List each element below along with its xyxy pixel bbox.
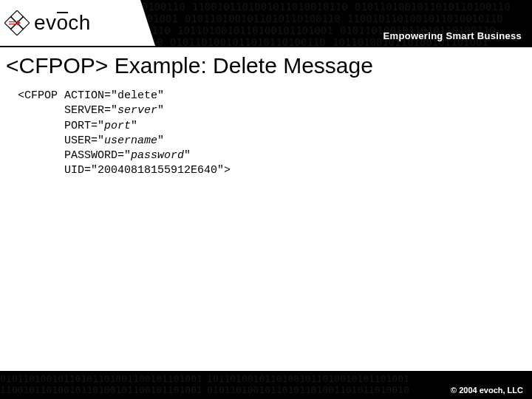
code-l6: UID="20040818155912E640">	[64, 164, 231, 177]
code-l1b: delete	[117, 89, 157, 102]
code-l5c: "	[184, 149, 191, 162]
code-l4a: USER="	[64, 134, 104, 147]
brand-part2: o	[57, 11, 69, 35]
code-l5b: password	[131, 149, 184, 162]
header-rule	[0, 46, 532, 47]
brand-part1: ev	[34, 11, 57, 35]
svg-rect-14	[4, 17, 17, 30]
slide-title: <CFPOP> Example: Delete Message	[6, 53, 532, 78]
slide: 0101101001011010110100110 11001011010010…	[0, 0, 532, 399]
code-l2b: server	[117, 104, 157, 117]
svg-text:010110100101101011010011001011: 01011010010110101101001100101101001	[0, 374, 202, 385]
code-l3b: port	[104, 120, 131, 132]
svg-rect-18	[9, 24, 17, 24]
slide-footer: 01011010010110101101001100101101001 1011…	[0, 371, 532, 399]
svg-text:1100101101001011010010110: 1100101101001011010010110	[347, 13, 503, 24]
svg-text:1100101101001011010010110: 1100101101001011010010110	[192, 1, 348, 13]
slide-header: 0101101001011010110100110 11001011010010…	[0, 0, 532, 46]
svg-text:0101101001011010110100110: 0101101001011010110100110	[170, 36, 326, 46]
code-l4b: username	[104, 134, 157, 147]
svg-text:1011010010110100101101001: 1011010010110100101101001	[177, 24, 333, 36]
code-l4c: "	[157, 134, 164, 147]
svg-rect-17	[9, 21, 17, 22]
brand-part3: ch	[68, 11, 91, 35]
brand-name: evoch	[34, 11, 91, 35]
code-l3c: "	[131, 120, 137, 132]
logo-icon	[4, 10, 30, 35]
code-l1a: <CFPOP ACTION="	[18, 89, 117, 102]
code-l2c: "	[157, 104, 164, 117]
code-block: <CFPOP ACTION="delete" SERVER="server"PO…	[18, 89, 532, 179]
svg-text:010110100101101011010011010110: 01011010010110101101001101011010010	[207, 385, 409, 396]
tagline: Empowering Smart Business	[383, 30, 522, 41]
code-l2a: SERVER="	[64, 104, 117, 117]
svg-text:0101101001011010110100110: 0101101001011010110100110	[355, 1, 511, 13]
svg-text:101101001011010010110100101011: 10110100101101001011010010101101001	[207, 374, 409, 385]
code-l1c: "	[157, 89, 164, 102]
svg-text:0101101001011010110100110: 0101101001011010110100110	[185, 13, 341, 24]
svg-text:110010110100101101001011001011: 11001011010010110100101100101101001	[0, 385, 202, 396]
brand-logo: evoch	[0, 0, 140, 46]
copyright: © 2004 evoch, LLC	[451, 386, 523, 395]
code-l5a: PASSWORD="	[64, 149, 131, 162]
code-l3a: PORT="	[64, 120, 104, 132]
